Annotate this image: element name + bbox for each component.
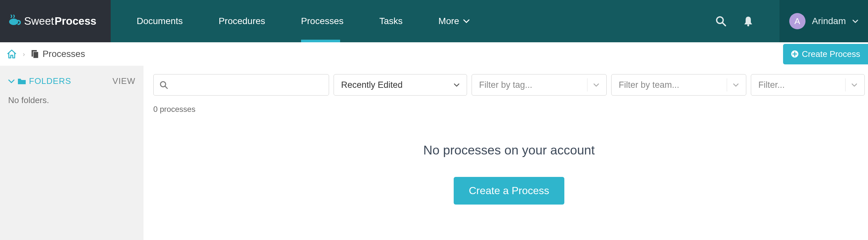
filter-tag-placeholder: Filter by tag... [479,80,532,90]
logo-sweet: Sweet [24,15,54,27]
create-process-main-label: Create a Process [469,185,549,197]
search-input[interactable] [172,80,323,90]
logo-process: Process [55,15,96,27]
search-box[interactable] [153,74,329,96]
view-label: VIEW [113,76,135,86]
chevron-down-icon [463,19,470,24]
sort-selected: Recently Edited [341,80,403,90]
bell-icon [743,15,753,27]
filter-team-select[interactable]: Filter by team... [611,74,746,96]
sidebar-header: FOLDERS VIEW [8,76,135,86]
main-panel: Recently Edited Filter by tag... Filter … [144,66,868,240]
nav-tab-processes[interactable]: Processes [283,0,362,42]
logo[interactable]: Sweet Process [0,0,111,42]
nav-tab-label: Processes [301,16,344,26]
avatar: A [789,13,806,29]
breadcrumb-title-text: Processes [43,49,85,59]
breadcrumb-sep: › [23,50,25,58]
nav-tab-label: Documents [137,16,183,26]
search-icon [715,15,727,27]
home-icon [6,49,17,59]
nav-tab-label: Tasks [379,16,403,26]
avatar-initial: A [795,16,800,26]
chevron-down-icon [587,78,599,91]
nav-tab-more[interactable]: More [421,0,488,42]
sort-select[interactable]: Recently Edited [334,74,467,96]
filter-tag-select[interactable]: Filter by tag... [472,74,607,96]
chevron-down-icon [727,78,739,91]
nav-tab-procedures[interactable]: Procedures [201,0,283,42]
chevron-down-icon [8,79,14,83]
nav-tab-label: Procedures [219,16,265,26]
stack-icon [31,49,39,59]
view-toggle[interactable]: VIEW [113,76,135,86]
notifications-button[interactable] [743,15,753,27]
no-folders-text: No folders. [8,95,135,105]
sidebar: FOLDERS VIEW No folders. [0,66,144,240]
nav-tab-tasks[interactable]: Tasks [362,0,421,42]
filter-generic-select[interactable]: Filter... [751,74,865,96]
cup-icon [8,14,21,28]
home-link[interactable] [6,49,17,59]
breadcrumb: › Processes [6,49,85,59]
top-nav: Sweet Process Documents Procedures Proce… [0,0,868,42]
empty-title: No processes on your account [153,143,865,158]
svg-point-3 [747,24,749,26]
filter-generic-placeholder: Filter... [758,80,785,90]
svg-line-2 [722,23,725,26]
process-count: 0 processes [153,105,865,114]
nav-tabs: Documents Procedures Processes Tasks Mor… [111,0,715,42]
user-name: Arindam [812,16,846,26]
folder-icon [17,78,26,85]
user-menu[interactable]: A Arindam [779,0,868,42]
nav-tab-documents[interactable]: Documents [111,0,201,42]
subheader: › Processes Create Process [0,42,868,66]
chevron-down-icon [845,78,857,91]
content-area: FOLDERS VIEW No folders. Recently Edited [0,66,868,240]
create-process-button-top[interactable]: Create Process [783,44,868,64]
svg-point-0 [9,19,18,25]
chevron-down-icon [454,83,460,87]
search-button[interactable] [715,15,727,27]
folders-label: FOLDERS [29,76,71,86]
svg-line-8 [165,86,167,89]
search-icon [159,81,168,89]
svg-rect-5 [33,52,38,58]
logo-text: Sweet Process [24,15,96,27]
filters-row: Recently Edited Filter by tag... Filter … [153,74,865,96]
filter-team-placeholder: Filter by team... [619,80,679,90]
breadcrumb-current: Processes [31,49,85,59]
empty-state: No processes on your account Create a Pr… [153,143,865,205]
nav-right: A Arindam [715,0,868,42]
plus-circle-icon [791,50,799,58]
create-process-label: Create Process [802,49,860,59]
folders-toggle[interactable]: FOLDERS [8,76,71,86]
create-process-button-main[interactable]: Create a Process [454,177,564,205]
chevron-down-icon [852,19,858,23]
nav-tab-label: More [438,16,459,26]
